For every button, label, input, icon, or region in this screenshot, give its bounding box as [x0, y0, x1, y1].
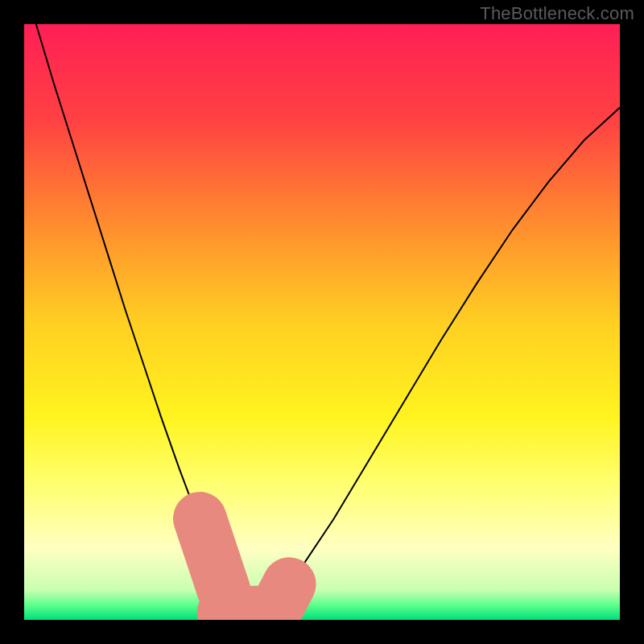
- highlight-left: [200, 518, 224, 590]
- highlight-right: [275, 584, 290, 613]
- watermark-text: TheBottleneck.com: [480, 3, 634, 24]
- chart-background: [24, 24, 620, 620]
- bottleneck-chart: [24, 24, 620, 620]
- chart-frame: [24, 24, 620, 620]
